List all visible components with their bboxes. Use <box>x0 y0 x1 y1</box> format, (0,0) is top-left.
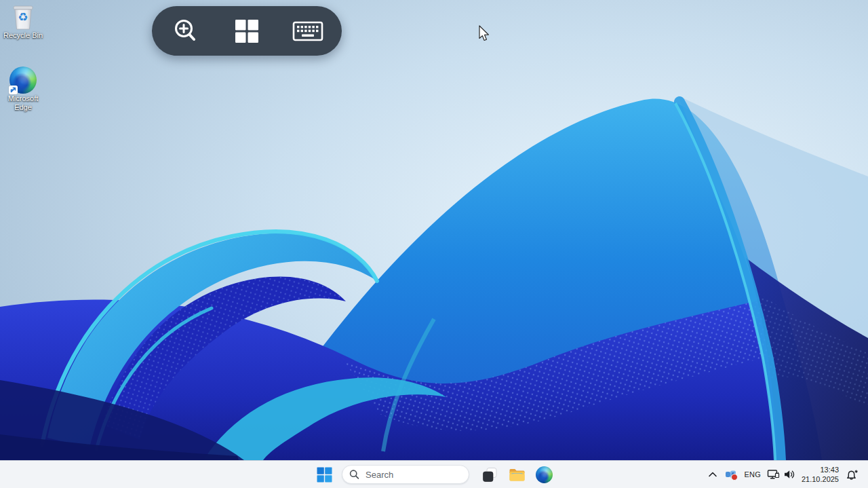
clock[interactable]: 13:43 21.10.2025 <box>797 465 843 485</box>
windows-button[interactable] <box>231 15 263 48</box>
folder-icon <box>509 467 526 483</box>
speaker-volume-icon <box>783 469 795 480</box>
device-status-tray-button[interactable] <box>722 463 740 486</box>
notification-bell-icon <box>846 469 859 481</box>
magnifier-overlay-toolbar <box>152 6 342 56</box>
taskbar: ENG 13:43 21.10.2025 <box>0 460 868 488</box>
hidden-icons-chevron-button[interactable] <box>704 463 722 486</box>
desktop: ♻ Recycle Bin Microsoft Edge <box>0 0 868 488</box>
zoom-in-button[interactable] <box>170 15 202 48</box>
volume-button[interactable] <box>781 463 797 486</box>
notification-center-button[interactable] <box>843 463 861 486</box>
taskbar-center-group <box>311 461 557 488</box>
keyboard-icon <box>292 19 323 43</box>
desktop-icon-label: Microsoft Edge <box>1 94 45 112</box>
task-view-icon <box>482 467 498 483</box>
desktop-icon-recycle-bin[interactable]: ♻ Recycle Bin <box>1 3 45 40</box>
clock-date: 21.10.2025 <box>802 474 839 484</box>
shortcut-arrow-icon <box>9 86 18 94</box>
clock-time: 13:43 <box>820 465 839 474</box>
search-input[interactable] <box>342 465 469 484</box>
on-screen-keyboard-button[interactable] <box>292 15 324 48</box>
language-indicator[interactable]: ENG <box>740 463 766 486</box>
device-status-icon <box>725 470 736 479</box>
svg-text:♻: ♻ <box>18 10 28 24</box>
taskbar-search <box>342 465 469 484</box>
desktop-icon-microsoft-edge[interactable]: Microsoft Edge <box>1 67 45 112</box>
desktop-icon-label: Recycle Bin <box>3 31 43 40</box>
file-explorer-button[interactable] <box>503 461 530 488</box>
red-status-badge <box>731 474 738 481</box>
chevron-up-icon <box>707 470 718 478</box>
start-button[interactable] <box>311 461 338 488</box>
edge-browser-icon <box>536 466 553 483</box>
windows-logo-icon <box>235 19 259 43</box>
edge-button[interactable] <box>530 461 557 488</box>
desktop-wallpaper <box>0 0 868 460</box>
recycle-bin-icon: ♻ <box>9 3 37 31</box>
network-button[interactable] <box>766 463 781 486</box>
task-view-button[interactable] <box>476 461 503 488</box>
magnifier-plus-icon <box>171 16 201 46</box>
windows-start-icon <box>317 467 332 483</box>
taskbar-tray: ENG 13:43 21.10.2025 <box>704 461 868 488</box>
ethernet-network-icon <box>767 469 780 480</box>
